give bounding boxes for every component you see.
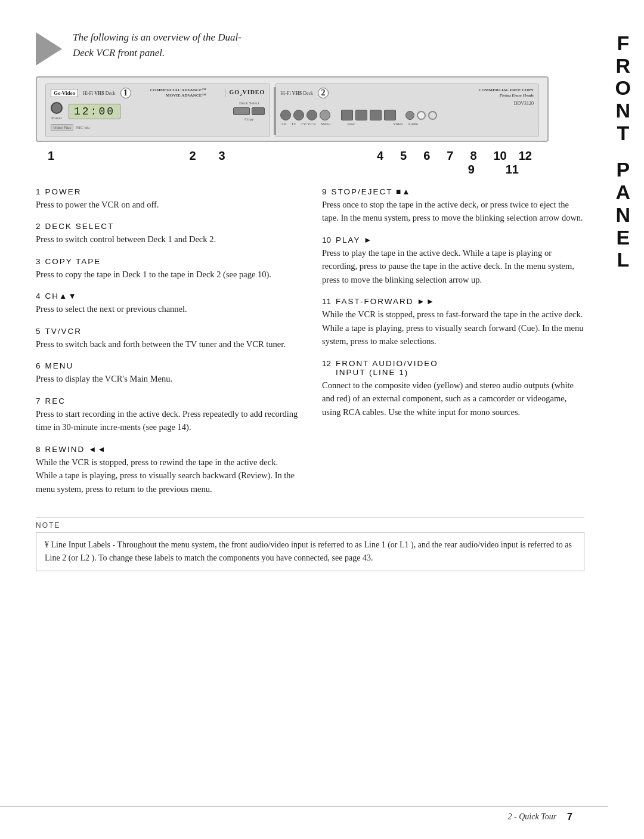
side-title-letter-n: N [615,100,630,122]
footer-page-number: 7 [567,812,572,822]
item-5-title: TV/VCR [45,327,82,336]
num-7: 7 [447,149,453,163]
note-label: NOTE [36,521,584,530]
item-11: 11 FAST-FORWARD ►► While the VCR is stop… [322,297,584,348]
deck-select-button[interactable] [233,107,250,115]
num-6: 6 [423,149,430,163]
num-10: 10 [494,149,507,163]
deck1-brand: Go·Video [51,89,78,97]
num-4: 4 [377,149,383,163]
item-12: 12 FRONT AUDIO/VIDEOINPUT (LINE 1) Conne… [322,359,584,419]
deck2-hifi: Hi-Fi VHS Deck [280,91,313,96]
deck2-buttons [280,110,534,120]
diagram-numbers-row2: 9 11 [36,163,549,181]
btn-audio-l[interactable] [417,111,426,120]
side-title-letter-n2: N [615,205,630,226]
vcr-display: 12:00 [69,104,120,119]
deck1-advance: COMMERCIAL·ADVANCE™MOVIE·ADVANCE™ [150,88,206,98]
num-1: 1 [48,149,54,163]
item-11-body: While the VCR is stopped, press to fast-… [322,308,584,348]
item-3-title: COPY TAPE [45,257,101,266]
deck2-num: 2 [318,88,329,98]
item-7-title: REC [45,397,66,405]
deck1-num: 1 [120,88,131,98]
page: F R O N T P A N E L The following is an … [0,0,644,839]
side-title-letter-r: R [615,55,630,77]
item-5-body: Press to switch back and forth between t… [36,338,298,351]
btn-tv-vcr[interactable] [306,110,317,120]
play-triangle-icon [36,32,62,66]
item-4-title: CH▲▼ [45,292,78,301]
num-5: 5 [400,149,407,163]
side-title-letter-l: L [617,249,629,271]
intro-area: The following is an overview of the Dual… [36,30,608,66]
item-2-num: 2 [36,222,41,231]
num-11: 11 [506,163,519,177]
num-8: 8 [470,149,476,163]
item-11-num: 11 [322,297,331,306]
item-10: 10 PLAY ► Press to play the tape in the … [322,236,584,286]
btn-rew[interactable] [341,110,353,120]
item-11-title: FAST-FORWARD ►► [336,297,435,306]
btn-ff[interactable] [370,110,382,120]
item-8: 8 REWIND ◄◄ While the VCR is stopped, pr… [36,445,298,496]
num-9: 9 [468,163,475,177]
item-3-num: 3 [36,257,41,266]
side-title-letter-f: F [617,33,629,54]
item-9-num: 9 [322,187,327,196]
deck2-advance: COMMERCIAL FREE COPYFlying Erase Heads [478,88,534,98]
num-2: 2 [189,149,196,163]
side-title-letter-a: A [615,182,630,203]
side-title-letter-o: O [615,78,631,99]
btn-menu[interactable] [320,110,330,120]
item-6-num: 6 [36,361,41,370]
item-7: 7 REC Press to start recording in the ac… [36,397,298,434]
btn-stop[interactable] [384,110,396,120]
item-6-body: Press to display the VCR's Main Menu. [36,372,298,385]
item-3: 3 COPY TAPE Press to copy the tape in De… [36,257,298,281]
btn-video-in[interactable] [405,111,414,120]
item-10-body: Press to play the tape in the active dec… [322,246,584,286]
item-8-num: 8 [36,445,41,454]
btn-play[interactable] [355,110,367,120]
num-12: 12 [519,149,532,163]
vcr-diagram: Go·Video Hi-Fi VHS Deck 1 COMMERCIAL·ADV… [36,76,549,142]
item-2: 2 DECK SELECT Press to switch control be… [36,222,298,246]
item-1: 1 POWER Press to power the VCR on and of… [36,187,298,211]
item-2-body: Press to switch control between Deck 1 a… [36,233,298,246]
footer: 2 - Quick Tour 7 [0,806,608,822]
note-box: ¥ Line Input Labels - Throughout the men… [36,532,584,571]
power-button[interactable] [51,102,63,114]
btn-audio-r[interactable] [428,111,437,120]
item-4-body: Press to select the next or previous cha… [36,302,298,315]
item-9: 9 STOP/EJECT ■▲ Press once to stop the t… [322,187,584,225]
intro-text: The following is an overview of the Dual… [73,30,242,60]
item-2-title: DECK SELECT [45,222,114,231]
item-8-title: REWIND ◄◄ [45,445,107,454]
side-title: F R O N T P A N E L [615,33,631,271]
item-7-num: 7 [36,397,41,405]
item-5: 5 TV/VCR Press to switch back and forth … [36,327,298,351]
item-10-title: PLAY ► [336,236,373,244]
item-10-num: 10 [322,236,331,244]
item-8-body: While the VCR is stopped, press to rewin… [36,456,298,496]
item-4-num: 4 [36,292,41,301]
deck2-model: DDV3120 [280,101,534,106]
note-section: NOTE ¥ Line Input Labels - Throughout th… [36,517,584,571]
item-1-num: 1 [36,187,41,196]
copy-button[interactable] [252,107,265,115]
item-4: 4 CH▲▼ Press to select the next or previ… [36,292,298,315]
item-6-title: MENU [45,361,74,370]
btn-ch-up[interactable] [293,110,304,120]
vcr-deck-1: Go·Video Hi-Fi VHS Deck 1 COMMERCIAL·ADV… [45,83,270,137]
item-7-body: Press to start recording in the active d… [36,407,298,434]
side-title-letter-t: T [617,123,629,144]
btn-ch-down[interactable] [280,110,291,120]
item-12-body: Connect to the composite video (yellow) … [322,379,584,419]
side-title-letter-e: E [616,227,630,249]
item-1-title: POWER [45,187,82,196]
right-column: 9 STOP/EJECT ■▲ Press once to stop the t… [322,187,584,506]
side-title-letter-p: P [616,159,630,181]
item-12-num: 12 [322,359,331,368]
item-6: 6 MENU Press to display the VCR's Main M… [36,361,298,385]
